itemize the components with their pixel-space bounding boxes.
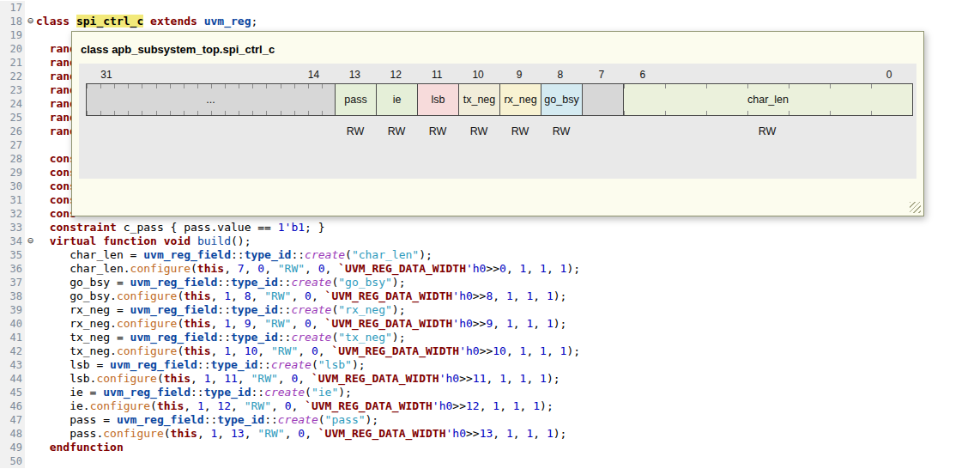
code-line[interactable]: 42 tx_neg.configure(this, 1, 10, "RW", 0… <box>0 344 980 358</box>
fold-gutter <box>25 413 36 427</box>
line-number: 17 <box>0 1 25 15</box>
code-line[interactable]: 38 go_bsy.configure(this, 1, 8, "RW", 0,… <box>0 289 980 303</box>
code-line[interactable]: 18⊖class spi_ctrl_c extends uvm_reg; <box>0 15 980 28</box>
resize-grip-icon[interactable] <box>910 202 921 213</box>
code-text: char_len = uvm_reg_field::type_id::creat… <box>36 248 433 262</box>
code-text: rand <box>36 56 76 70</box>
code-text: rand <box>36 70 76 83</box>
line-number: 40 <box>0 317 25 331</box>
code-line[interactable]: 39 rx_neg = uvm_reg_field::type_id::crea… <box>0 303 980 317</box>
code-text: virtual function void build(); <box>36 234 251 248</box>
register-field-cell[interactable] <box>583 84 624 115</box>
line-number: 34 <box>0 234 25 248</box>
code-text: ie.configure(this, 1, 12, "RW", 0, `UVM_… <box>36 399 554 413</box>
line-number: 41 <box>0 331 25 344</box>
field-name-label: pass <box>344 94 366 106</box>
fold-gutter <box>25 180 36 193</box>
line-number: 28 <box>0 152 25 166</box>
access-label: RW <box>458 125 499 137</box>
line-number: 36 <box>0 262 25 276</box>
code-text: rand <box>36 83 76 97</box>
bit-numbers-row: 31141312111098760 <box>86 69 910 83</box>
field-name-label: char_len <box>747 94 789 106</box>
code-line[interactable]: 34⊖ virtual function void build(); <box>0 234 980 248</box>
code-line[interactable]: 40 rx_neg.configure(this, 1, 9, "RW", 0,… <box>0 317 980 331</box>
register-field-lsb[interactable]: lsb <box>418 84 459 115</box>
code-line[interactable]: 35 char_len = uvm_reg_field::type_id::cr… <box>0 248 980 262</box>
fold-toggle-icon[interactable]: ⊖ <box>25 15 36 28</box>
fold-gutter <box>25 28 36 42</box>
code-text: cons <box>36 180 76 193</box>
code-line[interactable]: 48 pass.configure(this, 1, 13, "RW", 0, … <box>0 427 980 441</box>
access-label <box>86 125 335 137</box>
code-text: lsb = uvm_reg_field::type_id::create("ls… <box>36 358 366 372</box>
access-label: RW <box>335 125 376 137</box>
code-line[interactable]: 44 lsb.configure(this, 1, 11, "RW", 0, `… <box>0 372 980 386</box>
register-field-char_len[interactable]: char_len <box>624 84 912 115</box>
register-field-rx_neg[interactable]: rx_neg <box>500 84 541 115</box>
fold-gutter <box>25 70 36 83</box>
code-text: tx_neg.configure(this, 1, 10, "RW", 0, `… <box>36 344 580 358</box>
line-number: 47 <box>0 413 25 427</box>
access-label: RW <box>417 125 458 137</box>
fold-gutter <box>25 276 36 289</box>
line-number: 19 <box>0 28 25 42</box>
access-label <box>582 125 623 137</box>
code-line[interactable]: 49 endfunction <box>0 441 980 454</box>
code-text: cons <box>36 193 76 207</box>
bit-number-label: 3114 <box>86 69 334 83</box>
fold-toggle-icon[interactable]: ⊖ <box>25 234 36 248</box>
code-line[interactable]: 41 tx_neg = uvm_reg_field::type_id::crea… <box>0 331 980 344</box>
bit-number-label: 8 <box>540 69 581 83</box>
register-diagram: 31141312111098760 ...passielsbtx_negrx_n… <box>79 64 916 179</box>
line-number: 30 <box>0 180 25 193</box>
fold-gutter <box>25 303 36 317</box>
line-number: 22 <box>0 70 25 83</box>
line-number: 23 <box>0 83 25 97</box>
line-number: 25 <box>0 111 25 125</box>
code-line[interactable]: 45 ie = uvm_reg_field::type_id::create("… <box>0 386 980 399</box>
code-text: go_bsy = uvm_reg_field::type_id::create(… <box>36 276 406 289</box>
code-editor: 1718⊖class spi_ctrl_c extends uvm_reg;19… <box>0 0 980 469</box>
register-field-cell[interactable]: ... <box>87 84 336 115</box>
line-number: 42 <box>0 344 25 358</box>
access-label: RW <box>499 125 541 137</box>
bit-number-label: 60 <box>622 69 910 83</box>
register-field-pass[interactable]: pass <box>336 84 377 115</box>
line-number: 32 <box>0 207 25 221</box>
code-text: cons <box>36 207 76 221</box>
fold-gutter <box>25 386 36 399</box>
bit-tick-marks <box>624 111 912 115</box>
register-field-go_bsy[interactable]: go_bsy <box>541 84 583 115</box>
code-line[interactable]: 37 go_bsy = uvm_reg_field::type_id::crea… <box>0 276 980 289</box>
access-label: RW <box>541 125 582 137</box>
bit-number-label: 12 <box>375 69 416 83</box>
register-field-tx_neg[interactable]: tx_neg <box>459 84 500 115</box>
register-field-ie[interactable]: ie <box>377 84 418 115</box>
bit-number-label: 10 <box>457 69 499 83</box>
line-number: 38 <box>0 289 25 303</box>
bit-number-label: 9 <box>499 69 540 83</box>
access-label: RW <box>623 125 911 137</box>
code-text: constraint c_pass { pass.value == 1'b1; … <box>36 221 325 234</box>
code-text: lsb.configure(this, 1, 11, "RW", 0, `UVM… <box>36 372 560 386</box>
code-line[interactable]: 46 ie.configure(this, 1, 12, "RW", 0, `U… <box>0 399 980 413</box>
code-line[interactable]: 47 pass = uvm_reg_field::type_id::create… <box>0 413 980 427</box>
line-number: 39 <box>0 303 25 317</box>
code-line[interactable]: 36 char_len.configure(this, 7, 0, "RW", … <box>0 262 980 276</box>
code-text: rand <box>36 125 76 138</box>
line-number: 20 <box>0 42 25 56</box>
fold-gutter <box>25 152 36 166</box>
code-line[interactable]: 43 lsb = uvm_reg_field::type_id::create(… <box>0 358 980 372</box>
code-line[interactable]: 33 constraint c_pass { pass.value == 1'b… <box>0 221 980 234</box>
code-text: rand <box>36 42 76 56</box>
line-number: 18 <box>0 15 25 28</box>
code-text: char_len.configure(this, 7, 0, "RW", 0, … <box>36 262 580 276</box>
line-number: 45 <box>0 386 25 399</box>
code-line[interactable]: 50 <box>0 454 980 468</box>
fold-gutter <box>25 125 36 138</box>
code-line[interactable]: 17 <box>0 1 980 15</box>
access-label: RW <box>376 125 417 137</box>
fold-gutter <box>25 207 36 221</box>
code-text: pass.configure(this, 1, 13, "RW", 0, `UV… <box>36 427 566 441</box>
